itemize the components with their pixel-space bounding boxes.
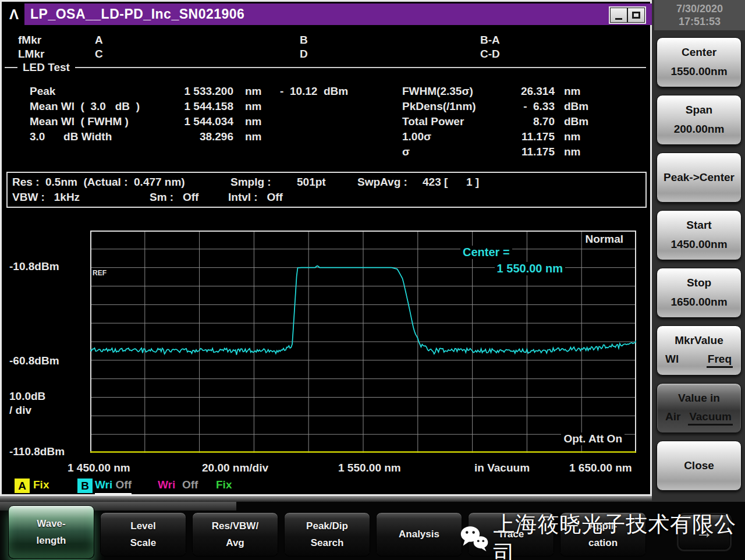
x-axis-start-label: 1 450.00 nm [68, 462, 130, 474]
menu-peak-dip-line1: Peak/Dip [306, 520, 348, 532]
trace-b-badge[interactable]: B [77, 479, 93, 493]
stop-softkey-label: Stop [657, 277, 741, 289]
analysis-row-pkdens: PkDens(/1nm) - 6.33 dBm [2, 100, 642, 115]
freq-marker-row: fMkr A B B-A [3, 34, 650, 48]
vbw-setting: VBW : 1kHz [12, 191, 80, 204]
menu-level-scale[interactable]: Level Scale [100, 512, 186, 557]
vendor-watermark: 上海筱晓光子技术有限公司 [459, 510, 745, 560]
marker-d-label: D [300, 48, 308, 61]
start-softkey[interactable]: Start 1450.00nm [657, 210, 742, 260]
menu-peak-dip-search[interactable]: Peak/Dip Search [284, 512, 370, 557]
trace-c-status: Wri [158, 479, 175, 491]
optical-attenuator-status: Opt. Att On [561, 433, 625, 445]
analysis-row-fwhm: FWHM(2.35σ) 26.314 nm [2, 85, 642, 100]
datetime-display: 7/30/2020 17:51:53 [654, 0, 745, 30]
value-in-softkey[interactable]: Value in Air Vacuum [657, 383, 742, 433]
totalpower-unit: dBm [564, 115, 588, 128]
pkdens-unit: dBm [564, 100, 588, 113]
menu-res-vbw-avg-line2: Avg [226, 537, 244, 549]
menu-wavelength-line1: Wave- [37, 518, 65, 530]
peak-to-center-label: Peak->Center [657, 153, 741, 202]
one-sigma-unit: nm [564, 130, 581, 143]
minimize-button[interactable] [610, 8, 627, 23]
value-in-air-option[interactable]: Air [665, 410, 680, 426]
center-softkey-label: Center [657, 46, 741, 59]
trace-c-off: Off [182, 479, 198, 491]
x-axis-stop-label: 1 650.00 nm [569, 462, 632, 474]
stop-softkey-value: 1650.00nm [657, 296, 741, 309]
sweep-average-label: SwpAvg : [357, 176, 407, 189]
wechat-icon [459, 523, 489, 555]
osa-application: Λ LP_OSA__LD-PD_Inc_SN021906 fMkr A B B-… [0, 0, 745, 560]
analysis-row-sigma: σ 11.175 nm [2, 146, 642, 160]
marker-value-wl-option[interactable]: Wl [665, 353, 679, 368]
value-in-options: Air Vacuum [657, 410, 741, 426]
sigma-unit: nm [564, 146, 581, 158]
divider-line [75, 67, 646, 68]
resolution-setting: Res : 0.5nm (Actual : 0.477 nm) [12, 176, 185, 189]
menu-level-scale-line1: Level [130, 520, 155, 532]
watermark-company-name: 上海筱晓光子技术有限公司 [493, 510, 745, 560]
analysis-row-totalpower: Total Power 8.70 dBm [2, 115, 642, 130]
close-softkey-label: Close [657, 441, 741, 490]
peak-to-center-softkey[interactable]: Peak->Center [657, 153, 742, 203]
y-axis-bottom-level-label: -110.8dBm [9, 445, 65, 458]
sigma-label: σ [402, 146, 410, 158]
center-softkey[interactable]: Center 1550.00nm [657, 37, 742, 87]
menu-analysis[interactable]: Analysis [376, 512, 462, 557]
start-softkey-label: Start [657, 219, 741, 232]
totalpower-label: Total Power [402, 115, 464, 128]
marker-value-softkey[interactable]: MkrValue Wl Freq [657, 325, 742, 375]
trace-b-off: Off [116, 479, 132, 491]
spectrum-plot[interactable]: REF Normal Center = 1 550.00 nm Opt. Att… [90, 231, 636, 453]
x-axis-labels: 1 450.00 nm 20.00 nm/div 1 550.00 nm in … [2, 462, 654, 477]
center-annotation-value: 1 550.00 nm [495, 262, 565, 275]
window-controls [609, 6, 646, 24]
divider-line [5, 67, 17, 68]
menu-peak-dip-line2: Search [311, 537, 344, 549]
x-axis-medium-label: in Vacuum [474, 462, 530, 474]
center-softkey-value: 1550.00nm [657, 65, 741, 78]
title-bar: Λ LP_OSA__LD-PD_Inc_SN021906 [3, 3, 652, 25]
marker-a-label: A [95, 34, 103, 47]
sampling-value: 501pt [297, 176, 326, 189]
ref-level-marker: REF [91, 269, 108, 277]
sampling-label: Smplg : [230, 176, 271, 189]
totalpower-value: 8.70 [484, 115, 555, 128]
interval-setting: Intvl : Off [228, 191, 283, 204]
smoothing-setting: Sm : Off [150, 191, 198, 204]
analysis-row-1sigma: 1.00σ 11.175 nm [2, 130, 642, 145]
trace-d-status: Fix [216, 479, 232, 491]
screen-bottom-groove [0, 496, 652, 502]
marker-cd-label: C-D [480, 48, 500, 61]
marker-b-label: B [300, 34, 308, 47]
maximize-button[interactable] [627, 8, 645, 23]
softkey-panel: 7/30/2020 17:51:53 Center 1550.00nm Span… [652, 0, 745, 502]
trace-b-status: Wri [95, 479, 112, 491]
sweep-average-value: 423 [ 1 ] [423, 176, 479, 189]
menu-res-vbw-avg[interactable]: Res/VBW/ Avg [192, 512, 278, 557]
pkdens-value: - 6.33 [484, 100, 555, 113]
one-sigma-value: 11.175 [484, 130, 555, 143]
menu-wavelength[interactable]: Wave- length [8, 505, 94, 559]
analysis-section-divider: LED Test [5, 61, 646, 74]
fwhm-unit: nm [564, 85, 581, 98]
minimize-icon [615, 18, 622, 20]
y-axis-mid-level-label: -60.8dBm [9, 355, 59, 367]
trace-mode-label: Normal [583, 233, 626, 246]
span-softkey-value: 200.00nm [657, 123, 741, 136]
span-softkey[interactable]: Span 200.00nm [657, 95, 742, 145]
maximize-icon [632, 12, 640, 19]
marker-value-freq-option[interactable]: Freq [707, 353, 733, 368]
lmkr-label: LMkr [18, 48, 44, 61]
stop-softkey[interactable]: Stop 1650.00nm [657, 268, 742, 318]
trace-a-badge[interactable]: A [15, 479, 30, 493]
value-in-vacuum-option[interactable]: Vacuum [688, 410, 733, 426]
fwhm-value: 26.314 [484, 85, 555, 98]
close-softkey[interactable]: Close [657, 441, 742, 491]
start-softkey-value: 1450.00nm [657, 238, 741, 251]
y-axis-scale-label-1: 10.0dB [9, 390, 45, 403]
fwhm-label: FWHM(2.35σ) [402, 85, 473, 98]
fmkr-label: fMkr [18, 34, 41, 47]
center-annotation-label: Center = [460, 246, 512, 259]
